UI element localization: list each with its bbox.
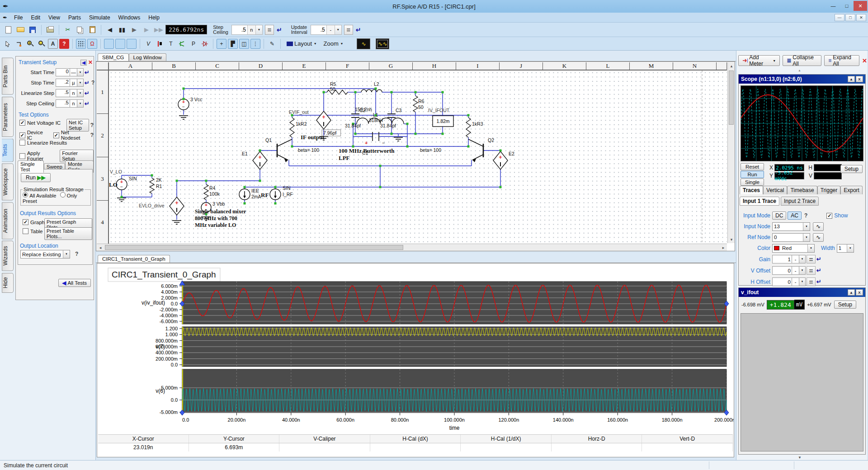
help-icon[interactable]: ? <box>804 212 807 219</box>
apply-icon[interactable]: ↵ <box>816 256 821 263</box>
scroll-left-icon[interactable]: ◂ <box>97 244 104 251</box>
linearize-results-checkbox[interactable] <box>19 140 25 146</box>
gain-input[interactable]: 1 <box>772 255 792 263</box>
step-run-icon[interactable]: ▶ <box>129 24 140 35</box>
update-interval-input[interactable] <box>311 25 326 34</box>
zoom-in-icon[interactable]: + <box>25 39 35 49</box>
help-icon[interactable]: ? <box>75 251 78 257</box>
dropdown-icon[interactable]: ▼ <box>77 68 84 76</box>
schematic-tab-sbm_cg[interactable]: SBM_CG <box>98 53 129 61</box>
apply-icon[interactable]: ↵ <box>85 90 90 97</box>
update-interval-apply-icon[interactable]: ↵ <box>356 26 361 33</box>
ref-node-select[interactable]: 0▼ <box>772 233 810 242</box>
preset-table-plots-button[interactable]: Preset Table Plots... <box>44 227 92 240</box>
graph-tab[interactable]: CIRC1_Transient_0_Graph <box>98 255 170 263</box>
scope-tab-vertical[interactable]: Vertical <box>763 186 787 194</box>
dropdown-icon[interactable]: ▼ <box>77 99 84 108</box>
all-tests-button[interactable]: ◀ All Tests <box>58 279 91 287</box>
paste-icon[interactable] <box>87 24 98 35</box>
help-icon[interactable]: ? <box>90 122 94 128</box>
sidebar-tab-tests[interactable]: Tests <box>2 139 14 162</box>
input-trace-tab-1[interactable]: Input 1 Trace <box>740 197 779 206</box>
update-interval-unit[interactable]: - <box>326 25 335 34</box>
ac-button[interactable]: AC <box>788 212 802 220</box>
open-icon[interactable] <box>15 24 26 35</box>
sidebar-tab-workspace[interactable]: Workspace <box>2 164 14 201</box>
text-label-icon[interactable]: T <box>166 39 176 49</box>
scope-single-button[interactable]: Single <box>741 179 764 186</box>
apply-fourier-checkbox[interactable] <box>19 153 25 159</box>
align-top-icon[interactable]: ▛ <box>228 39 238 49</box>
scroll-up-icon[interactable]: ▴ <box>728 62 735 70</box>
voltage-meter-icon[interactable] <box>115 39 125 49</box>
dock-left-icon[interactable]: ◀ <box>80 60 87 66</box>
help-tool-icon[interactable]: ? <box>59 39 69 49</box>
update-interval-dropdown-icon[interactable]: ▼ <box>335 25 341 34</box>
step-ceiling-input[interactable]: .5 <box>56 99 70 108</box>
step-ceiling-input[interactable] <box>232 25 247 34</box>
graph-checkbox[interactable]: ✓ <box>23 219 28 225</box>
print-icon[interactable] <box>45 24 56 35</box>
schematic-tab-log-window[interactable]: Log Window <box>129 53 166 61</box>
step-ceiling-stepper[interactable]: ▴▴▴▾▾▾ <box>265 25 274 35</box>
input-node-select[interactable]: 13▼ <box>772 222 810 231</box>
scope-tab-timebase[interactable]: Timebase <box>787 186 817 194</box>
scope-run-button[interactable]: Run <box>741 171 764 178</box>
align-grid-icon[interactable]: ◫ <box>239 39 249 49</box>
meter-setup-button[interactable]: Setup <box>834 301 856 309</box>
scope-view-icon[interactable]: ∿ <box>357 38 370 49</box>
save-icon[interactable] <box>27 24 38 35</box>
power-meter-icon[interactable] <box>127 39 137 49</box>
collapse-icon[interactable]: ▲ <box>848 76 855 82</box>
step-back-icon[interactable]: ◀ <box>104 24 115 35</box>
collapse-icon[interactable]: ▲ <box>848 289 855 296</box>
pick-node-icon[interactable]: ∿ <box>813 222 824 231</box>
v-offset-input[interactable]: 0 <box>772 266 792 275</box>
scope-reset-button[interactable]: Reset <box>741 163 764 170</box>
diode-icon[interactable] <box>200 39 210 49</box>
net-voltage-ic-checkbox[interactable]: ✓ <box>19 120 25 126</box>
child-restore-icon[interactable]: □ <box>845 14 855 21</box>
dc-button[interactable]: DC <box>772 212 786 220</box>
menu-file[interactable]: File <box>10 14 27 22</box>
apply-icon[interactable]: ↵ <box>85 69 90 76</box>
zoom-out-icon[interactable]: - <box>37 39 47 49</box>
sidebar-tab-parameters[interactable]: Parameters <box>2 97 14 137</box>
zoom-menu-button[interactable]: Zoom ▼ <box>321 38 346 49</box>
grid-toggle-icon[interactable] <box>76 39 86 49</box>
scope-setup-button[interactable]: Setup <box>840 165 863 173</box>
sidebar-tab-parts-bin[interactable]: Parts Bin <box>2 58 14 95</box>
menu-edit[interactable]: Edit <box>27 14 44 22</box>
gain-unit[interactable]: - <box>792 255 799 263</box>
net-nodeset-checkbox[interactable]: ✓ <box>53 132 59 138</box>
wire-tool-icon[interactable] <box>14 39 24 49</box>
scroll-down-icon[interactable]: ▾ <box>728 236 735 243</box>
device-ic-checkbox[interactable]: ✓ <box>19 132 25 138</box>
scroll-down-handle-icon[interactable]: ▼ <box>798 456 802 460</box>
sidebar-tab-animation[interactable]: Animation <box>2 202 14 240</box>
menu-simulate[interactable]: Simulate <box>85 14 114 22</box>
voltage-label-icon[interactable]: V <box>143 39 153 49</box>
menu-help[interactable]: Help <box>144 14 164 22</box>
gain-stepper[interactable]: ▴▴▴▾▾▾ <box>807 255 816 263</box>
start-time-input[interactable]: 0 <box>56 68 70 76</box>
sidebar-tab-hide[interactable]: Hide <box>2 273 14 293</box>
meter-title-bar[interactable]: v_ifout ▲ X <box>739 288 865 297</box>
dropdown-icon[interactable]: ▼ <box>77 89 84 97</box>
text-tool-icon[interactable]: A <box>48 39 58 49</box>
run-icon[interactable]: ▶ <box>141 24 152 35</box>
pick-ref-icon[interactable]: ∿ <box>813 233 824 242</box>
transistor-icon[interactable] <box>177 39 187 49</box>
draw-wire-icon[interactable]: ✎ <box>267 39 277 49</box>
step-ceiling-unit[interactable]: n <box>247 25 255 34</box>
scope-tab-export[interactable]: Export <box>840 186 863 194</box>
only-preset-radio[interactable] <box>60 192 66 197</box>
run-button[interactable]: Run ▶▶ <box>21 173 51 182</box>
fast-forward-icon[interactable]: ▶▶ <box>153 24 164 35</box>
close-icon[interactable]: X <box>856 76 863 82</box>
new-icon[interactable] <box>3 24 14 35</box>
help-icon[interactable]: ? <box>90 132 94 138</box>
panel-close-icon[interactable]: ✕ <box>862 57 867 64</box>
snap-toggle-icon[interactable]: Ω <box>87 39 97 49</box>
battery-icon[interactable] <box>155 39 165 49</box>
